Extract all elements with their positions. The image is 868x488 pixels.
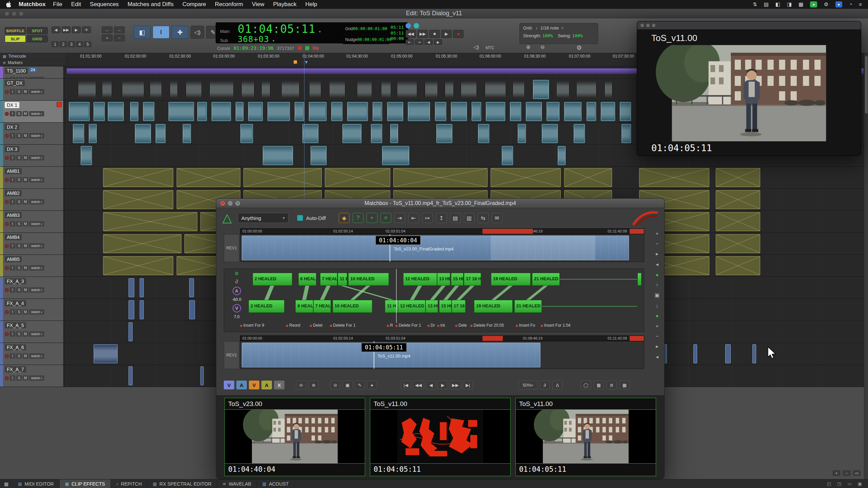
edit-icon-button[interactable]: ● [367, 381, 377, 389]
audio-clip[interactable] [240, 124, 253, 143]
auto-diff-checkbox-group[interactable]: Auto-Diff [297, 215, 326, 221]
track-header[interactable]: FX_A_4 I S M wave [0, 299, 66, 321]
audio-clip[interactable] [436, 124, 452, 143]
track-view-selector[interactable]: wave [29, 221, 44, 226]
audio-clip[interactable] [309, 102, 327, 121]
input-monitor-button[interactable]: I [10, 221, 15, 226]
track-header[interactable]: DX 1 I S M wave [0, 101, 66, 122]
audio-clip[interactable] [331, 102, 342, 121]
track-view-selector[interactable]: wave [29, 177, 44, 182]
filter-dropdown[interactable]: Anything [238, 213, 289, 223]
input-monitor-button[interactable]: I [10, 309, 15, 314]
side-rail-button[interactable]: − [656, 241, 659, 246]
matchbox-toolbar-button[interactable]: ⇤ [408, 213, 419, 223]
matchbox-toolbar-button[interactable]: ✉ [492, 213, 502, 223]
bottom-grid-icon[interactable]: ▦ [0, 481, 13, 487]
thumbnail-panel-diff[interactable]: ToS_v11.00 01:04:05:11 [370, 398, 511, 476]
bottom-right-icon[interactable]: ◰ [827, 481, 831, 486]
input-monitor-button[interactable]: I [10, 265, 15, 270]
input-monitor-button[interactable]: I [10, 155, 15, 160]
matchbox-window-controls[interactable]: × − + [220, 201, 240, 206]
record-enable-button[interactable] [5, 156, 9, 160]
transport-small-button[interactable]: ⇥ [415, 39, 423, 45]
menu-item[interactable]: Matches and Diffs [127, 1, 174, 8]
audio-clip[interactable] [94, 102, 105, 121]
audio-clip[interactable] [129, 322, 133, 341]
thumbnail-panel[interactable]: ToS_v23.00 01:04:40:04 [224, 398, 365, 476]
track-name[interactable]: AMB3 [5, 212, 22, 218]
thumbnail-panel[interactable]: ToS_v11.00 01:04:05:11 [515, 398, 656, 476]
side-rail-button[interactable]: + [656, 323, 659, 329]
status-icon[interactable]: ▤ [764, 1, 769, 7]
add-marker-icon[interactable]: ⊕ [3, 61, 6, 65]
audio-clip[interactable] [325, 168, 390, 187]
memory-marker-icon[interactable] [294, 60, 297, 64]
matchbox-toolbar-button[interactable]: ↦ [422, 213, 433, 223]
healed-block[interactable]: 21 HEALED [514, 300, 542, 313]
monitor-speaker-icon[interactable]: ◁) [473, 44, 479, 50]
track-header[interactable]: FX_A_7 I S M wave [0, 365, 66, 387]
status-icon[interactable]: ◨ [787, 1, 792, 7]
diff-marker[interactable]: Reord [286, 323, 300, 328]
healed-block[interactable]: 15 HE [439, 300, 452, 313]
input-monitor-button[interactable]: I [10, 199, 15, 204]
audio-clip[interactable] [601, 102, 615, 121]
input-monitor-button[interactable]: I [10, 111, 15, 116]
solo-button[interactable]: S [16, 331, 22, 337]
menu-item[interactable]: Compare [182, 1, 206, 8]
healed-block[interactable] [637, 273, 642, 286]
matchbox-titlebar[interactable]: × − + Matchbox - ToS_v11.00.mp4_fr_ToS_v… [216, 199, 664, 208]
video-close-button[interactable] [640, 24, 644, 27]
audio-clip[interactable] [547, 102, 559, 121]
mute-button[interactable]: M [23, 353, 28, 359]
input-monitor-button[interactable]: I [10, 243, 15, 248]
timecode-ruler-label[interactable]: Timecode [8, 54, 26, 59]
record-enable-button[interactable] [5, 376, 9, 380]
diff-marker[interactable]: Insert For 1:04 [540, 323, 571, 328]
zoom-in-icon[interactable]: ⊕ [526, 44, 531, 50]
audio-clip[interactable] [143, 102, 154, 121]
status-icon[interactable]: ◔ [849, 1, 852, 7]
zoom-out-icon[interactable]: ⊖ [540, 44, 545, 50]
gear-icon[interactable]: ⚙ [576, 44, 582, 52]
input-monitor-button[interactable]: I [10, 331, 15, 337]
selector-tool-button[interactable]: I [153, 26, 170, 39]
matchbox-toolbar-button[interactable]: ▥ [464, 213, 475, 223]
solo-button[interactable]: S [16, 221, 22, 226]
thumbnail-diff-image[interactable] [370, 409, 510, 464]
zoom-preset-button[interactable]: 4 [76, 41, 83, 47]
audio-clip[interactable] [183, 124, 191, 143]
diff-marker[interactable]: Insert Fo [515, 323, 535, 328]
mute-button[interactable]: M [23, 265, 28, 270]
mute-button[interactable]: M [23, 221, 28, 226]
status-icon[interactable]: ⚙ [824, 1, 828, 7]
audio-clip[interactable] [390, 124, 398, 143]
side-rail-button[interactable]: ↑ [656, 282, 658, 288]
mute-button[interactable]: M [23, 309, 28, 314]
record-enable-button[interactable] [5, 178, 9, 182]
main-counter-value[interactable]: 01:04:05:11 [238, 23, 316, 35]
track-header[interactable]: AMB3 I S M wave [0, 211, 66, 232]
audio-clip[interactable] [461, 80, 477, 99]
edit-mode-button[interactable]: SHUFFLE [5, 27, 26, 34]
video-threshold-value[interactable]: 7.0 [234, 314, 240, 319]
track-lane[interactable] [66, 167, 864, 188]
video-minimize-button[interactable] [646, 24, 650, 27]
healed-block[interactable]: 21 HEALED [532, 273, 559, 286]
audio-clip[interactable] [197, 102, 207, 121]
status-icon[interactable]: ◧ [775, 1, 780, 7]
view-mode-button[interactable]: ◯ [581, 381, 591, 389]
healed-block[interactable]: 15 HE [451, 273, 463, 286]
transport-small-button[interactable]: ▶ [434, 39, 442, 45]
audio-clip[interactable] [177, 168, 240, 187]
transport-small-button[interactable]: ⇤ [406, 39, 414, 45]
audio-clip[interactable] [371, 124, 382, 143]
track-view-selector[interactable]: wave [29, 375, 44, 381]
diff-marker[interactable]: Dele [455, 323, 467, 328]
zoom-button[interactable]: − [114, 35, 125, 41]
audio-clip[interactable] [502, 146, 513, 165]
menu-item[interactable]: Reconform [215, 1, 243, 8]
diff-marker[interactable]: Insert For 9 [240, 323, 264, 328]
record-enable-button[interactable] [5, 78, 9, 79]
audio-clip[interactable] [248, 102, 262, 121]
